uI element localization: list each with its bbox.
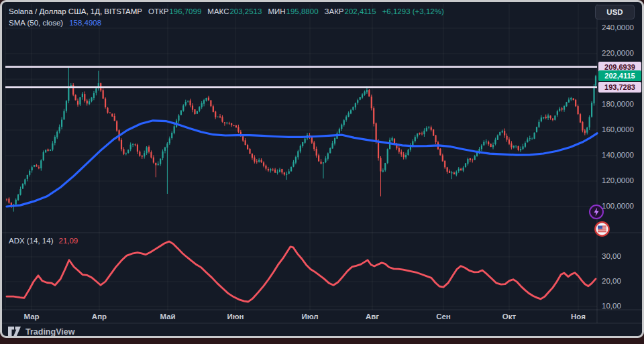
month-label: Июл (295, 312, 325, 321)
symbol-legend[interactable]: Solana / Доллар США, 1Д, BITSTAMP ОТКР19… (9, 5, 444, 28)
currency-toggle-button[interactable]: USD (595, 5, 635, 19)
price-tick-label: 220,0000 (602, 49, 634, 57)
month-label: Июн (221, 312, 250, 321)
us-flag-icon-button[interactable] (594, 221, 610, 240)
adx-value: 21,09 (58, 237, 78, 245)
tradingview-footer[interactable]: TradingView (8, 327, 74, 337)
month-label: Апр (85, 312, 114, 321)
adx-row[interactable]: ADX (14, 14) 21,09 (9, 237, 78, 245)
candlesticks (6, 67, 596, 211)
last-price-label: 202,4115 (598, 70, 641, 81)
symbol-row[interactable]: Solana / Доллар США, 1Д, BITSTAMP ОТКР19… (9, 5, 444, 17)
ohlc-field: ЗАКР202,4115 (325, 7, 376, 15)
adx-tick-label: 20,00 (602, 277, 621, 285)
month-label: Ноя (564, 312, 593, 321)
tradingview-logo-icon (8, 327, 21, 337)
sma-line (7, 121, 597, 207)
pane-dividers (2, 4, 642, 323)
ohlc-field-label: ЗАКР (325, 7, 344, 15)
ohlc-fields: ОТКР196,7099МАКС203,2513МИН195,8800ЗАКР2… (148, 7, 376, 15)
change-value: +6,1293 (+3,12%) (382, 7, 444, 15)
chart-window: Solana / Доллар США, 1Д, BITSTAMP ОТКР19… (0, 0, 644, 338)
adx-tick-label: 30,00 (602, 252, 621, 260)
month-label: Мар (17, 312, 46, 321)
ohlc-field-label: ОТКР (148, 7, 168, 15)
price-tick-label: 100,0000 (602, 202, 634, 210)
price-tick-label: 160,0000 (602, 125, 634, 133)
month-label: Окт (494, 312, 524, 321)
tradingview-brand: TradingView (25, 327, 74, 337)
ohlc-field-label: МИН (268, 7, 285, 15)
ohlc-field-value: 195,8800 (286, 7, 319, 15)
adx-line (7, 241, 596, 302)
price-tick-label: 140,0000 (602, 151, 634, 159)
ohlc-field-label: МАКС (207, 7, 229, 15)
chart-canvas[interactable] (0, 0, 644, 338)
price-tick-label: 180,0000 (602, 100, 634, 108)
adx-tick-label: 10,00 (602, 302, 621, 310)
sma-row[interactable]: SMA (50, close) 158,4908 (9, 17, 444, 28)
month-label: Май (153, 312, 182, 321)
month-label: Сен (429, 312, 458, 321)
us-flag-icon (594, 221, 610, 237)
ohlc-field: МАКС203,2513 (207, 7, 262, 15)
level-price-label: 193,7283 (598, 82, 641, 93)
price-tick-label: 240,0000 (602, 23, 634, 32)
lightning-icon (588, 204, 604, 220)
ohlc-field: ОТКР196,7099 (148, 7, 201, 15)
ohlc-field-value: 202,4115 (345, 7, 376, 15)
level-lines (5, 67, 597, 87)
sma-label: SMA (50, close) (9, 19, 63, 27)
price-tick-label: 120,0000 (602, 176, 634, 184)
ohlc-field-value: 203,2513 (229, 7, 262, 15)
month-label: Авг (358, 312, 387, 321)
ohlc-field: МИН195,8800 (268, 7, 318, 15)
ohlc-field-value: 196,7099 (169, 7, 201, 15)
symbol-title: Solana / Доллар США, 1Д, BITSTAMP (9, 7, 142, 15)
lightning-icon-button[interactable] (588, 204, 604, 223)
sma-value: 158,4908 (69, 19, 101, 27)
adx-label: ADX (14, 14) (9, 237, 53, 245)
